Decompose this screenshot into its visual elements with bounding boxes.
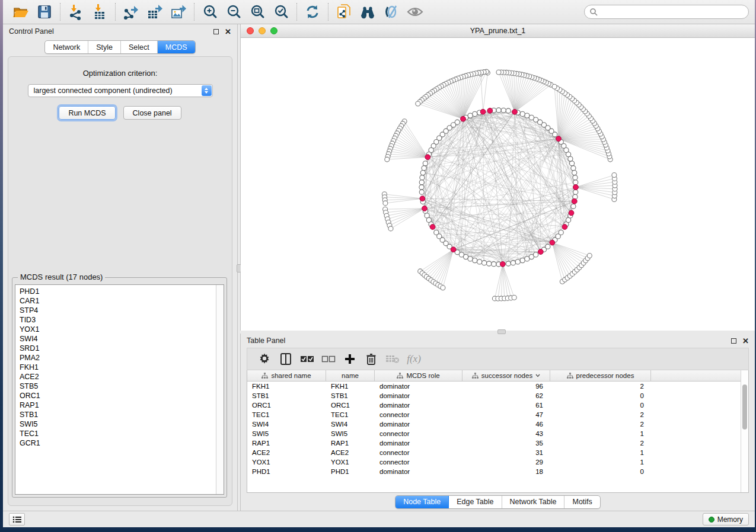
graph-node[interactable] [572, 171, 577, 175]
show-column-icon[interactable] [277, 351, 295, 367]
splitter-grip[interactable] [497, 329, 506, 334]
column-header-MCDS-role[interactable]: MCDS role [375, 370, 462, 381]
show-panels-list-icon[interactable] [9, 513, 25, 525]
graph-hub-node[interactable] [461, 116, 466, 121]
column-header-name[interactable]: name [326, 370, 375, 381]
graph-leaf-node[interactable] [441, 286, 445, 290]
mcds-list-item[interactable]: STB1 [20, 410, 216, 419]
graph-node[interactable] [423, 161, 428, 166]
graph-node[interactable] [501, 108, 506, 113]
graph-node[interactable] [525, 113, 529, 118]
graph-node[interactable] [492, 262, 496, 267]
table-row[interactable]: RAP1RAP1dominator352 [247, 438, 748, 448]
graph-node[interactable] [511, 261, 515, 265]
deselect-all-icon[interactable] [320, 351, 337, 367]
search-input[interactable] [598, 8, 744, 16]
import-table-icon[interactable] [88, 2, 111, 22]
graph-node[interactable] [420, 171, 425, 175]
close-panel-button[interactable]: Close panel [123, 106, 181, 120]
delete-column-trash-icon[interactable] [362, 351, 380, 367]
network-canvas[interactable] [241, 38, 755, 331]
tab-mcds[interactable]: MCDS [158, 41, 195, 53]
graph-node[interactable] [506, 261, 511, 266]
graph-node[interactable] [419, 190, 424, 194]
mcds-list-item[interactable]: SWI5 [20, 419, 216, 429]
graph-hub-node[interactable] [480, 109, 486, 114]
graph-hub-node[interactable] [556, 136, 562, 142]
graph-hub-node[interactable] [562, 225, 567, 230]
graph-node[interactable] [473, 258, 477, 263]
graph-node[interactable] [520, 111, 525, 116]
mcds-list-item[interactable]: YOX1 [20, 325, 216, 334]
save-icon[interactable] [33, 2, 56, 22]
graph-node[interactable] [573, 190, 578, 194]
table-row[interactable]: ORC1ORC1dominator610 [247, 400, 748, 410]
hide-selected-icon[interactable] [379, 2, 403, 22]
graph-node[interactable] [571, 166, 576, 171]
graph-node[interactable] [422, 166, 426, 171]
graph-node[interactable] [419, 180, 424, 185]
mcds-list-item[interactable]: SWI4 [20, 334, 216, 344]
create-column-plus-icon[interactable] [341, 351, 359, 367]
graph-hub-node[interactable] [500, 261, 505, 267]
network-graph[interactable] [241, 38, 755, 331]
criterion-dropdown[interactable]: largest connected component (undirected) [28, 84, 213, 97]
graph-hub-node[interactable] [569, 210, 574, 216]
mcds-list-item[interactable]: PMA2 [20, 353, 216, 363]
mcds-list-item[interactable]: CAR1 [20, 296, 216, 306]
graph-node[interactable] [420, 175, 425, 180]
zoom-fit-icon[interactable] [245, 2, 269, 22]
refresh-icon[interactable] [301, 2, 324, 22]
mcds-list-item[interactable]: TID3 [20, 315, 216, 325]
graph-hub-node[interactable] [430, 225, 435, 230]
search-box[interactable] [584, 5, 749, 19]
tab-node-table[interactable]: Node Table [395, 496, 449, 508]
graph-leaf-node[interactable] [512, 295, 516, 300]
table-row[interactable]: TEC1TEC1connector472 [247, 410, 748, 419]
graph-node[interactable] [520, 258, 525, 263]
table-settings-gear-icon[interactable] [256, 351, 273, 367]
table-row[interactable]: YOX1YOX1connector291 [247, 457, 748, 467]
graph-node[interactable] [506, 108, 511, 113]
graph-leaf-node[interactable] [612, 173, 617, 178]
tab-style[interactable]: Style [88, 41, 121, 53]
graph-node[interactable] [468, 257, 473, 261]
search-binoculars-icon[interactable] [356, 2, 379, 22]
graph-node[interactable] [487, 261, 492, 266]
graph-leaf-node[interactable] [388, 226, 393, 231]
float-panel-icon[interactable] [213, 29, 219, 34]
mcds-list-item[interactable]: PHD1 [20, 287, 216, 296]
graph-node[interactable] [473, 111, 477, 116]
table-row[interactable]: SWI4SWI4dominator462 [247, 419, 748, 429]
graph-leaf-node[interactable] [416, 101, 420, 106]
graph-hub-node[interactable] [422, 206, 428, 211]
mcds-list-item[interactable]: STB5 [20, 382, 216, 391]
close-panel-icon[interactable]: ✕ [742, 337, 749, 345]
horizontal-splitter[interactable] [240, 331, 755, 334]
tab-motifs[interactable]: Motifs [564, 496, 599, 508]
memory-button[interactable]: Memory [703, 513, 749, 525]
table-scrollbar[interactable] [741, 370, 748, 492]
graph-leaf-node[interactable] [383, 201, 388, 206]
graph-hub-node[interactable] [538, 249, 543, 255]
mcds-result-list[interactable]: PHD1CAR1STP4TID3YOX1SWI4SRD1PMA2FKH1ACE2… [15, 285, 216, 494]
graph-node[interactable] [571, 204, 576, 209]
graph-leaf-node[interactable] [496, 70, 501, 75]
graph-node[interactable] [496, 108, 501, 113]
graph-hub-node[interactable] [572, 198, 577, 204]
graph-node[interactable] [515, 259, 520, 264]
table-row[interactable]: ACE2ACE2connector311 [247, 448, 748, 457]
mcds-list-item[interactable]: FKH1 [20, 363, 216, 372]
mcds-list-item[interactable]: STP4 [20, 306, 216, 315]
tab-select[interactable]: Select [121, 41, 158, 53]
mcds-list-scrollbar[interactable] [216, 285, 224, 494]
graph-node[interactable] [482, 261, 487, 265]
column-header-successor-nodes[interactable]: successor nodes [462, 370, 550, 381]
export-image-icon[interactable] [167, 2, 190, 22]
zoom-out-icon[interactable] [222, 2, 245, 22]
graph-node[interactable] [546, 244, 550, 249]
graph-leaf-node[interactable] [587, 254, 592, 258]
tab-edge-table[interactable]: Edge Table [449, 496, 502, 508]
mcds-list-item[interactable]: GCR1 [20, 438, 216, 448]
table-row[interactable]: SWI5SWI5connector431 [247, 429, 748, 438]
